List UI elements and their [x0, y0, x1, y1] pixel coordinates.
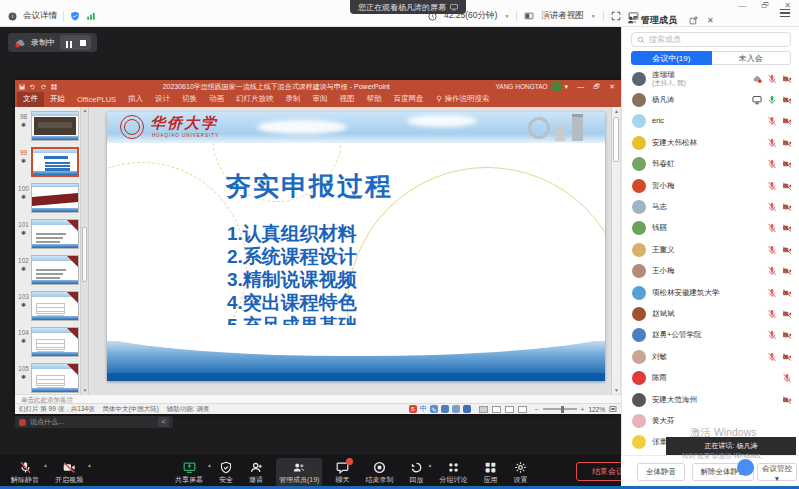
footer-button-0[interactable]: 全体静音 — [637, 463, 685, 481]
ppt-close-icon[interactable]: ✕ — [609, 83, 615, 91]
zoom-slider[interactable] — [543, 408, 577, 410]
ribbon-tab-10[interactable]: 视图 — [334, 92, 361, 107]
toolbar-item-apps[interactable]: 应用 — [480, 458, 500, 487]
mic-off-icon[interactable] — [767, 330, 777, 340]
ribbon-tab-8[interactable]: 录制 — [280, 92, 307, 107]
undo-icon[interactable] — [29, 84, 36, 90]
scrollbar-thumb[interactable] — [82, 227, 87, 282]
cam-off-icon[interactable] — [782, 74, 792, 84]
view-mode-caret-icon[interactable]: ▼ — [591, 13, 596, 19]
notes-pane[interactable]: 单击此处添加备注 — [15, 394, 621, 403]
participant-row[interactable]: 韩春虹 — [622, 154, 799, 175]
ribbon-tab-2[interactable]: OfficePLUS — [71, 93, 122, 107]
toolbar-item-invite[interactable]: 邀请 — [246, 458, 266, 487]
participant-row[interactable]: 连瑞瑞 (主持人, 我) — [622, 68, 799, 89]
cam-off-icon[interactable] — [782, 288, 792, 298]
view-switcher[interactable] — [479, 406, 527, 413]
stop-recording-icon[interactable] — [80, 40, 86, 46]
toolbar-item-replay[interactable]: 回放 ▲ — [406, 458, 426, 487]
toolbar-item-mic-muted[interactable]: 解除静音 ▲ — [8, 458, 42, 487]
scroll-up-icon[interactable]: ▲ — [81, 108, 89, 113]
cam-off-icon[interactable] — [782, 116, 792, 126]
ppt-account-name[interactable]: YANG HONGTAO — [495, 83, 547, 90]
participant-row[interactable]: 王小梅 — [622, 261, 799, 282]
window-minimize-icon[interactable]: — — [738, 1, 746, 10]
ribbon-tab-6[interactable]: 动画 — [203, 92, 230, 107]
ribbon-tab-12[interactable]: 百度网盘 — [388, 92, 430, 107]
ime-lang-icon[interactable]: 中 — [420, 404, 427, 414]
cam-off-icon[interactable] — [782, 330, 792, 340]
redo-icon[interactable] — [40, 84, 47, 90]
participant-row[interactable]: eric — [622, 111, 799, 132]
participant-row[interactable]: 陈雨 — [622, 367, 799, 388]
toolbar-item-cam-muted[interactable]: 开启视频 ▲ — [52, 458, 86, 487]
ime-tools-icon[interactable] — [463, 405, 471, 413]
participant-row[interactable]: 杨凡涛 — [622, 89, 799, 110]
slide-scroll-down-icon[interactable]: ▼ — [612, 387, 621, 393]
participant-row[interactable]: 贺小梅 — [622, 175, 799, 196]
tab-in-meeting[interactable]: 会议中(19) — [631, 51, 712, 65]
mic-off-icon[interactable] — [767, 74, 777, 84]
cam-off-icon[interactable] — [782, 309, 792, 319]
mic-off-icon[interactable] — [767, 266, 777, 276]
footer-button-2[interactable]: 会议管控 ▾ — [757, 463, 797, 481]
mic-off-icon[interactable] — [767, 288, 777, 298]
member-search-input[interactable] — [649, 35, 769, 44]
slide-scrollbar[interactable]: ▲ ▼ — [611, 107, 620, 394]
tab-not-joined[interactable]: 未入会 — [712, 51, 792, 65]
bullet-chat-input[interactable]: 说点什么... < — [15, 416, 173, 428]
ribbon-tab-7[interactable]: 幻灯片放映 — [230, 92, 280, 107]
mic-off-icon[interactable] — [767, 181, 777, 191]
participant-row[interactable]: 钱丽 — [622, 218, 799, 239]
toolbar-item-shield[interactable]: 安全 — [216, 458, 236, 487]
toolbar-item-stop-record[interactable]: 结束录制 — [362, 458, 396, 487]
accessibility-label[interactable]: 辅助功能: 调查 — [167, 405, 210, 414]
sogou-icon[interactable]: S — [409, 405, 417, 413]
slide-thumbnail-99[interactable] — [31, 147, 79, 177]
participant-row[interactable]: 赵斌斌 — [622, 303, 799, 324]
ribbon-tab-3[interactable]: 插入 — [122, 92, 149, 107]
mic-on-icon[interactable] — [767, 95, 777, 105]
pause-recording-icon[interactable] — [65, 34, 73, 52]
ppt-minimize-icon[interactable]: — — [577, 83, 584, 91]
ppt-ribbon-options-icon[interactable]: ▾ — [565, 83, 569, 91]
slide-thumbnail-98[interactable] — [31, 111, 79, 141]
zoom-level[interactable]: 122% — [588, 406, 605, 413]
caret-up-icon[interactable]: ▲ — [207, 462, 212, 468]
participant-row[interactable]: 马志 — [622, 196, 799, 217]
sorter-view-icon[interactable] — [492, 406, 501, 413]
mic-off-icon[interactable] — [767, 202, 777, 212]
more-menu-icon[interactable] — [780, 7, 790, 19]
cam-off-icon[interactable] — [782, 159, 792, 169]
cam-off-icon[interactable] — [782, 223, 792, 233]
panel-close-icon[interactable]: ✕ — [707, 16, 714, 25]
toolbar-item-breakout[interactable]: 分组讨论 — [436, 458, 470, 487]
cam-off-icon[interactable] — [782, 245, 792, 255]
tell-me-search[interactable]: 操作说明搜索 — [430, 92, 496, 107]
record-cloud-icon[interactable] — [752, 74, 762, 84]
fit-slide-icon[interactable] — [609, 405, 617, 413]
ppt-account-avatar[interactable] — [552, 82, 561, 91]
zoom-out-icon[interactable]: − — [535, 406, 539, 413]
member-search[interactable] — [631, 32, 791, 47]
cam-off-icon[interactable] — [782, 181, 792, 191]
mic-off-icon[interactable] — [782, 373, 792, 383]
slide-thumbnail-102[interactable] — [31, 255, 79, 285]
slide-thumbnail-101[interactable] — [31, 219, 79, 249]
screen-share-icon[interactable] — [752, 95, 762, 105]
normal-view-icon[interactable] — [479, 406, 488, 413]
cam-off-icon[interactable] — [782, 395, 792, 405]
scroll-down-icon[interactable]: ▼ — [81, 388, 89, 393]
popout-icon[interactable] — [689, 16, 698, 25]
zoom-in-icon[interactable]: + — [581, 406, 585, 413]
participant-row[interactable]: 王重义 — [622, 239, 799, 260]
grid-icon[interactable] — [51, 84, 57, 90]
toolbar-item-share-screen[interactable]: 共享屏幕 ▲ — [172, 458, 206, 487]
slide-scroll-up-icon[interactable]: ▲ — [612, 108, 621, 114]
participant-row[interactable]: 赵勇+公管学院 — [622, 325, 799, 346]
network-signal-icon[interactable] — [86, 11, 96, 21]
participant-row[interactable]: 安建大范海州 — [622, 389, 799, 410]
language-label[interactable]: 简体中文(中国大陆) — [103, 405, 159, 414]
mic-off-icon[interactable] — [767, 352, 777, 362]
ribbon-tab-1[interactable]: 开始 — [44, 92, 71, 107]
